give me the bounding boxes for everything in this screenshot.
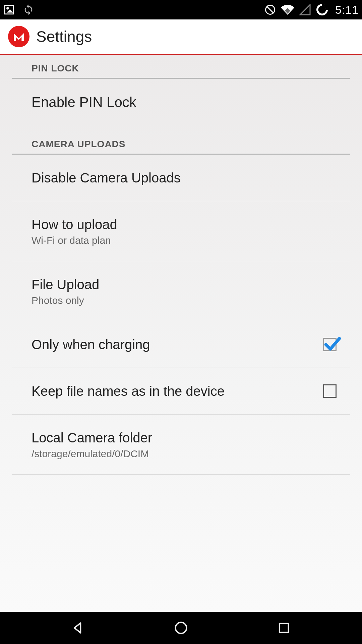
item-subtitle: /storage/emulated/0/DCIM xyxy=(32,448,337,460)
item-title: How to upload xyxy=(32,216,337,233)
svg-rect-6 xyxy=(279,624,288,633)
loading-icon xyxy=(316,3,328,16)
home-button[interactable] xyxy=(161,618,201,638)
sync-icon xyxy=(23,4,34,15)
svg-line-3 xyxy=(267,7,273,13)
item-subtitle: Wi-Fi or data plan xyxy=(32,235,337,246)
item-enable-pin-lock[interactable]: Enable PIN Lock xyxy=(12,79,350,126)
mega-logo-icon xyxy=(8,26,29,47)
image-icon xyxy=(3,4,15,15)
item-title: File Upload xyxy=(32,276,337,293)
checkbox-keep-file-names[interactable] xyxy=(323,384,337,398)
item-disable-camera-uploads[interactable]: Disable Camera Uploads xyxy=(12,155,350,201)
svg-rect-0 xyxy=(5,5,13,14)
checkbox-only-when-charging[interactable] xyxy=(323,338,337,351)
settings-list[interactable]: PIN LOCK Enable PIN Lock CAMERA UPLOADS … xyxy=(0,55,362,612)
item-title: Enable PIN Lock xyxy=(32,94,337,111)
item-file-upload[interactable]: File Upload Photos only xyxy=(12,261,350,321)
item-local-camera-folder[interactable]: Local Camera folder /storage/emulated/0/… xyxy=(12,415,350,475)
item-only-when-charging[interactable]: Only when charging xyxy=(12,321,350,368)
item-title: Keep file names as in the device xyxy=(32,383,313,399)
wifi-icon xyxy=(281,3,294,16)
item-title: Only when charging xyxy=(32,336,313,353)
status-bar: 5:11 xyxy=(0,0,362,19)
no-icon xyxy=(264,4,276,16)
section-header-camera-uploads: CAMERA UPLOADS xyxy=(12,129,350,155)
svg-point-1 xyxy=(7,7,8,9)
back-button[interactable] xyxy=(58,618,98,638)
item-keep-file-names[interactable]: Keep file names as in the device xyxy=(12,368,350,415)
navigation-bar xyxy=(0,612,362,644)
page-title: Settings xyxy=(36,28,92,46)
item-how-to-upload[interactable]: How to upload Wi-Fi or data plan xyxy=(12,201,350,261)
section-header-pin-lock: PIN LOCK xyxy=(12,55,350,79)
item-subtitle: Photos only xyxy=(32,295,337,306)
item-title: Disable Camera Uploads xyxy=(32,169,337,186)
status-time: 5:11 xyxy=(335,3,359,16)
svg-point-5 xyxy=(175,623,186,634)
recent-apps-button[interactable] xyxy=(264,618,304,638)
cell-signal-icon xyxy=(299,4,311,16)
app-bar: Settings xyxy=(0,19,362,55)
item-title: Local Camera folder xyxy=(32,429,337,446)
